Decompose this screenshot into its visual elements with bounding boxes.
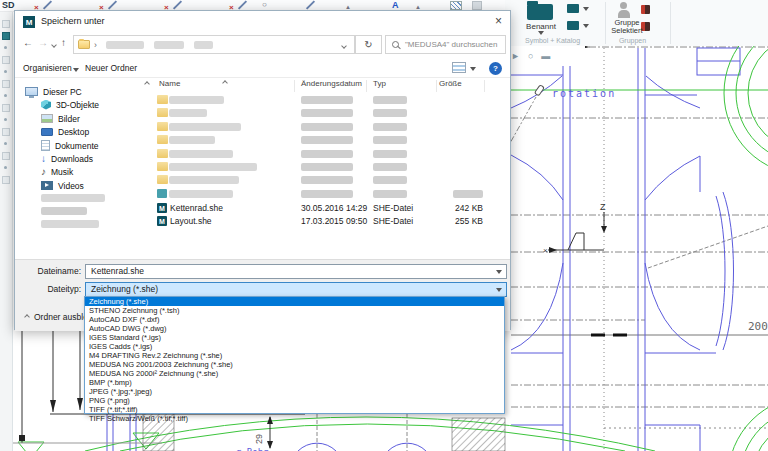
blurred-row[interactable] — [153, 94, 512, 107]
sidebar-item-videos[interactable]: Videos — [41, 179, 84, 192]
chevron-down-icon[interactable] — [496, 288, 502, 292]
column-header-name[interactable]: Name — [159, 79, 180, 93]
chevron-down-icon[interactable] — [583, 7, 589, 11]
blurred-row[interactable] — [153, 148, 512, 161]
filename-input[interactable]: Kettenrad.she — [85, 264, 507, 279]
add-group-icon[interactable] — [641, 5, 650, 14]
line-tool-icon[interactable] — [108, 0, 117, 9]
symbol-tool-icon[interactable] — [567, 4, 579, 13]
column-header-type[interactable]: Typ — [373, 79, 386, 93]
filetype-option[interactable]: BMP (*.bmp) — [85, 378, 504, 387]
filetype-option[interactable]: JPEG (*.jpg;*.jpeg) — [85, 387, 504, 396]
group-selected-icon[interactable] — [617, 2, 631, 18]
tool-icon[interactable] — [2, 92, 10, 100]
ribbon-group-symbol-katalog: Symbol + Katalog — [505, 37, 600, 44]
select-tool-icon[interactable] — [511, 51, 520, 61]
sidebar-item-this-pc[interactable]: Dieser PC — [25, 85, 82, 98]
blurred-row[interactable] — [153, 161, 512, 174]
tool-icon[interactable] — [2, 116, 10, 124]
tool-icon[interactable] — [2, 140, 10, 148]
tool-icon-active[interactable] — [2, 32, 10, 40]
view-mode-icon[interactable] — [452, 62, 466, 73]
tool-icon[interactable] — [2, 152, 10, 160]
tool-icon[interactable] — [2, 56, 10, 64]
chevron-down-icon[interactable] — [496, 270, 502, 274]
filetype-option[interactable]: TIFF (*.tif;*.tiff) — [85, 405, 504, 414]
tool-icon[interactable] — [2, 20, 10, 28]
filetype-option[interactable]: MEDUSA NG 2000i² Zeichnung (*.she) — [85, 369, 504, 378]
chevron-down-icon[interactable] — [583, 24, 589, 28]
ruler-tool-icon[interactable] — [541, 51, 550, 61]
named-symbol-folder-icon[interactable] — [527, 4, 553, 20]
sidebar-item-desktop[interactable]: Desktop — [41, 125, 89, 138]
chevron-down-icon[interactable] — [470, 67, 476, 71]
blurred-row[interactable] — [153, 107, 512, 120]
blurred-path-segment — [194, 41, 213, 49]
blurred-sidebar-item — [41, 220, 99, 228]
tool-icon[interactable] — [2, 164, 10, 172]
column-header-date[interactable]: Änderungsdatum — [301, 79, 362, 93]
organize-button[interactable]: Organisieren — [23, 63, 72, 73]
dialog-titlebar[interactable]: M Speichern unter × — [15, 11, 510, 33]
tool-icon[interactable] — [2, 80, 10, 88]
recent-locations-icon[interactable] — [51, 42, 57, 48]
column-divider[interactable] — [294, 80, 295, 92]
filetype-option[interactable]: M4 DRAFTING Rev.2 Zeichnung (*.she) — [85, 351, 504, 360]
filetype-option[interactable]: AutoCAD DWG (*.dwg) — [85, 324, 504, 333]
back-button[interactable]: ← — [23, 37, 33, 48]
blurred-row[interactable] — [153, 188, 512, 201]
tool-icon[interactable] — [2, 104, 10, 112]
refresh-button[interactable]: ↻ — [355, 35, 382, 54]
file-row-layout[interactable]: M Layout.she 17.03.2015 09:50 SHE-Datei … — [153, 215, 512, 228]
filetype-option[interactable]: IGES Cadds (*.igs) — [85, 342, 504, 351]
sidebar-item-music[interactable]: Musik — [41, 165, 73, 178]
column-divider[interactable] — [366, 80, 367, 92]
scroll-up-icon[interactable] — [144, 81, 150, 87]
filetype-option[interactable]: MEDUSA NG 2001/2003 Zeichnung (*.she) — [85, 360, 504, 369]
sidebar-item-3d-objects[interactable]: 3D-Objekte — [41, 98, 99, 111]
probe-tool-icon[interactable] — [528, 51, 533, 61]
sidebar-item-downloads[interactable]: Downloads — [41, 152, 93, 165]
benannt-button[interactable]: Benannt — [509, 22, 573, 31]
help-button[interactable]: ? — [489, 62, 502, 75]
hatch-tool-icon[interactable] — [450, 1, 462, 10]
column-header-size[interactable]: Größe — [439, 79, 462, 93]
search-box[interactable]: "MEDUSA4" durchsuchen — [385, 35, 506, 54]
filetype-option[interactable]: PNG (*.png) — [85, 396, 504, 405]
line-tool-icon[interactable] — [43, 0, 52, 9]
blurred-row[interactable] — [153, 134, 512, 147]
filetype-option[interactable]: Zeichnung (*.she) — [85, 297, 504, 306]
file-list: Name Änderungsdatum Typ Größe — [153, 79, 512, 259]
tool-icon[interactable] — [2, 128, 10, 136]
filetype-option[interactable]: AutoCAD DXF (*.dxf) — [85, 315, 504, 324]
refresh-icon: ↻ — [364, 39, 372, 50]
forward-button[interactable]: → — [38, 37, 48, 48]
blurred-row[interactable] — [153, 121, 512, 134]
tool-icon[interactable] — [2, 44, 10, 52]
filetype-option[interactable]: TIFF Schwarz/Weiß (*.tif;*.tiff) — [85, 414, 504, 423]
column-divider[interactable] — [484, 80, 485, 92]
filetype-option[interactable]: STHENO Zeichnung (*.tsh) — [85, 306, 504, 315]
filetype-option[interactable]: IGES Standard (*.igs) — [85, 333, 504, 342]
area-tool-icon[interactable] — [472, 1, 482, 10]
blurred-row[interactable] — [153, 174, 512, 187]
line-tool-icon[interactable] — [306, 0, 315, 9]
file-type: SHE-Datei — [373, 216, 413, 226]
column-divider[interactable] — [436, 80, 437, 92]
line-tool-icon[interactable] — [238, 0, 247, 9]
breadcrumb[interactable]: › — [73, 35, 355, 54]
new-folder-button[interactable]: Neuer Ordner — [85, 63, 137, 73]
filetype-select[interactable]: Zeichnung (*.she) — [85, 282, 507, 297]
tool-icon[interactable] — [2, 68, 10, 76]
text-tool-icon[interactable] — [392, 0, 399, 10]
file-row-kettenrad[interactable]: M Kettenrad.she 30.05.2016 14:29 SHE-Dat… — [153, 202, 512, 215]
catalog-tool-icon[interactable] — [567, 21, 579, 30]
sidebar-item-pictures[interactable]: Bilder — [41, 112, 80, 125]
close-icon[interactable]: × — [495, 14, 502, 28]
sidebar-item-documents[interactable]: Dokumente — [41, 139, 98, 152]
line-tool-icon[interactable] — [173, 0, 182, 9]
up-button[interactable]: ↑ — [61, 37, 66, 48]
circle-tool-icon[interactable] — [262, 0, 267, 9]
tool-icon[interactable] — [2, 176, 10, 184]
breadcrumb-dropdown-icon[interactable] — [341, 43, 347, 49]
